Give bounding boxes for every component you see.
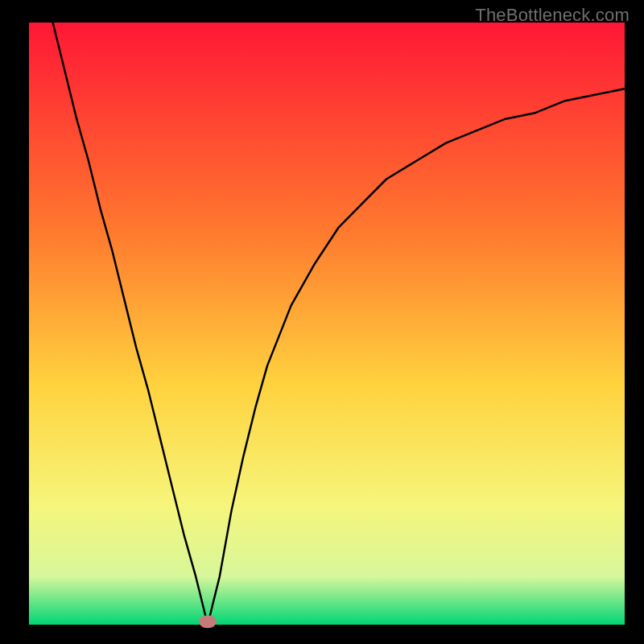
- chart-container: { "watermark": "TheBottleneck.com", "col…: [0, 0, 644, 644]
- bottleneck-chart: [0, 0, 644, 644]
- watermark-text: TheBottleneck.com: [475, 5, 630, 26]
- minimum-marker: [199, 615, 217, 628]
